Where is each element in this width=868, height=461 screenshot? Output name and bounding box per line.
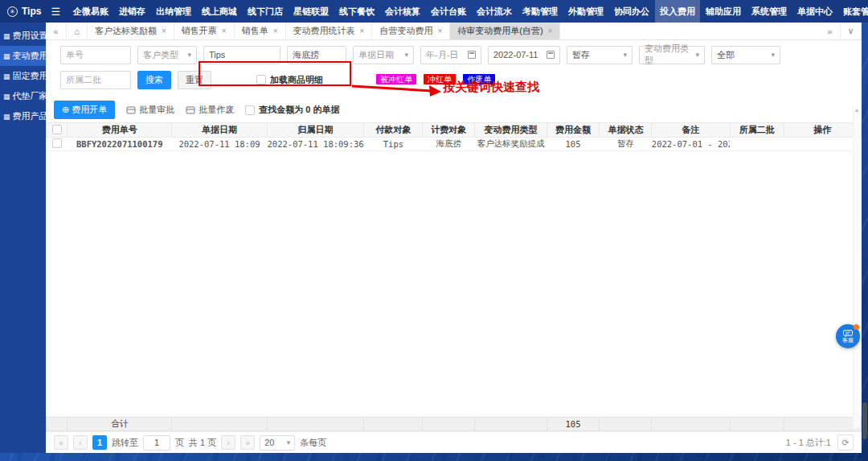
col-status: 单据状态 bbox=[600, 123, 652, 138]
close-icon[interactable] bbox=[222, 27, 227, 35]
tabs-dropdown-icon[interactable]: ∨ bbox=[841, 23, 862, 39]
batch-approve-button[interactable]: 批量审批 bbox=[126, 104, 174, 116]
reset-button[interactable]: 重置 bbox=[178, 71, 211, 89]
page-size-select[interactable]: 20 bbox=[260, 435, 295, 451]
select-all-checkbox[interactable] bbox=[47, 123, 68, 138]
page-jump-input[interactable] bbox=[143, 435, 170, 451]
col-amount: 费用金额 bbox=[547, 123, 600, 138]
top-menu-item[interactable]: 辅助应用 bbox=[701, 0, 746, 23]
keyword-input-2[interactable] bbox=[287, 46, 346, 64]
tabs-collapse-icon[interactable]: « bbox=[46, 23, 67, 39]
close-icon[interactable] bbox=[360, 27, 365, 35]
sidebar-item-variable-fee[interactable]: ▦ 变动费用 bbox=[0, 46, 46, 66]
close-icon[interactable] bbox=[437, 27, 442, 35]
next-page-button[interactable]: › bbox=[221, 435, 235, 450]
customer-type-select[interactable]: 客户类型 bbox=[137, 46, 197, 64]
top-menu-item[interactable]: 进销存 bbox=[114, 0, 150, 23]
tab-pending-variable-fee-active[interactable]: 待审变动费用单(自营) bbox=[450, 23, 560, 39]
sidebar-item-advance-vendor[interactable]: ▦ 代垫厂家 bbox=[0, 86, 46, 106]
sidebar-item-fixed-fee[interactable]: ▦ 固定费用 bbox=[0, 66, 46, 86]
current-page-button[interactable]: 1 bbox=[92, 435, 107, 450]
card-icon bbox=[186, 105, 195, 115]
grid-icon: ▦ bbox=[3, 93, 10, 101]
row-checkbox[interactable] bbox=[47, 138, 68, 151]
col-belong-date: 归属日期 bbox=[267, 123, 364, 138]
create-fee-order-button[interactable]: ⊕ 费用开单 bbox=[54, 101, 115, 119]
hamburger-menu-icon[interactable]: ☰ bbox=[51, 6, 60, 18]
first-page-button[interactable]: « bbox=[54, 435, 68, 450]
close-icon[interactable] bbox=[273, 27, 278, 35]
tab-sales-order[interactable]: 销售单 bbox=[235, 23, 286, 39]
home-icon[interactable]: ⌂ bbox=[67, 23, 88, 39]
page-scrollbar-thumb[interactable] bbox=[862, 402, 867, 439]
close-icon[interactable] bbox=[548, 27, 553, 35]
date-start-picker[interactable]: 年-月-日 bbox=[420, 46, 481, 64]
tabs-expand-icon[interactable]: » bbox=[820, 23, 841, 39]
order-no-input[interactable] bbox=[60, 46, 131, 64]
status-badge-reversed: 被冲红单 bbox=[376, 74, 416, 84]
date-end-picker[interactable]: 2022-07-11 bbox=[488, 46, 560, 64]
sidebar-item-fee-product[interactable]: ▦ 费用产品 bbox=[0, 106, 46, 126]
tab-variable-fee-report[interactable]: 变动费用统计表 bbox=[286, 23, 373, 39]
page-unit: 页 bbox=[175, 437, 184, 449]
top-menu-item[interactable]: 会计台账 bbox=[426, 0, 471, 23]
remark-cell: 2022-07-01 - 2022-07-1… bbox=[652, 138, 730, 151]
pagination-bar: « ‹ 1 跳转至 页 共 1 页 › » 20 条每页 1 - 1 总计:1 … bbox=[46, 431, 862, 453]
table-row[interactable]: BBFY2022071100179 2022-07-11 18:09 2022-… bbox=[47, 138, 862, 151]
top-menu-item[interactable]: 会计核算 bbox=[380, 0, 425, 23]
top-menu-item[interactable]: 账套管理 bbox=[838, 0, 868, 23]
top-menu-item[interactable]: 线上商城 bbox=[197, 0, 242, 23]
tab-sales-invoice[interactable]: 销售开票 bbox=[174, 23, 235, 39]
checkbox-icon[interactable] bbox=[245, 105, 255, 115]
customer-service-button[interactable]: 客服 bbox=[836, 324, 860, 348]
col-second-batch: 所属二批 bbox=[730, 123, 784, 138]
app-logo[interactable]: ✳ Tips bbox=[0, 6, 49, 17]
checkbox-icon[interactable] bbox=[256, 75, 266, 84]
order-no-link[interactable]: BBFY2022071100179 bbox=[68, 138, 172, 151]
top-menu-item[interactable]: 考勤管理 bbox=[518, 0, 563, 23]
top-menu-item[interactable]: 线下餐饮 bbox=[334, 0, 379, 23]
second-batch-cell bbox=[730, 138, 784, 151]
status-select[interactable]: 暂存 bbox=[567, 46, 633, 64]
chevron-down-icon bbox=[287, 438, 291, 447]
summary-row: 合计 105 bbox=[46, 417, 862, 431]
table-empty-area bbox=[46, 151, 862, 417]
tab-self-variable-fee[interactable]: 自营变动费用 bbox=[372, 23, 450, 39]
search-button[interactable]: 搜索 bbox=[137, 71, 171, 89]
table-scrollbar[interactable]: ▲ bbox=[853, 106, 860, 428]
calendar-icon bbox=[547, 51, 555, 59]
chat-bubble-icon bbox=[843, 330, 853, 337]
table-toolbar: ⊕ 费用开单 批量审批 批量作废 查找金额为 0 的单据 bbox=[46, 99, 862, 122]
summary-amount: 105 bbox=[547, 418, 600, 431]
tab-customer-reward[interactable]: 客户达标奖励额 bbox=[88, 23, 174, 39]
zero-amount-checkbox[interactable]: 查找金额为 0 的单据 bbox=[245, 104, 339, 116]
sidebar-item-fee-settings[interactable]: ▦ 费用设置 bbox=[0, 26, 46, 46]
scope-select[interactable]: 全部 bbox=[711, 46, 780, 64]
batch-void-button[interactable]: 批量作废 bbox=[186, 104, 234, 116]
top-menu-item[interactable]: 企微易账 bbox=[68, 0, 113, 23]
refresh-icon[interactable]: ⟳ bbox=[837, 434, 854, 451]
fee-order-table: 费用单号 单据日期 归属日期 付款对象 计费对象 变动费用类型 费用金额 单据状… bbox=[46, 122, 862, 151]
load-detail-checkbox[interactable]: 加载商品明细 bbox=[256, 74, 323, 86]
second-batch-input[interactable] bbox=[60, 71, 131, 89]
fee-type-select[interactable]: 变动费用类型 bbox=[639, 46, 705, 64]
top-menu-item[interactable]: 星链联盟 bbox=[289, 0, 334, 23]
top-menu-item[interactable]: 单据中心 bbox=[792, 0, 837, 23]
top-menu-item[interactable]: 出纳管理 bbox=[151, 0, 196, 23]
scroll-up-icon[interactable]: ▲ bbox=[854, 107, 860, 428]
top-menu-item-active[interactable]: 投入费用 bbox=[655, 0, 700, 23]
top-menu-item[interactable]: 系统管理 bbox=[747, 0, 792, 23]
top-menu-item[interactable]: 会计流水 bbox=[472, 0, 517, 23]
close-icon[interactable] bbox=[162, 27, 166, 35]
keyword-input-1[interactable] bbox=[203, 46, 280, 64]
top-menu-item[interactable]: 线下门店 bbox=[243, 0, 288, 23]
last-page-button[interactable]: » bbox=[240, 435, 255, 450]
prev-page-button[interactable]: ‹ bbox=[73, 435, 88, 450]
chevron-down-icon bbox=[623, 51, 627, 59]
date-type-select[interactable]: 单据日期 bbox=[353, 46, 414, 64]
top-menu-item[interactable]: 协同办公 bbox=[609, 0, 654, 23]
top-menu-item[interactable]: 外勤管理 bbox=[563, 0, 608, 23]
filter-row-1: 客户类型 单据日期 年-月-日 2022-07-11 暂存 变动费用类型 全部 bbox=[60, 45, 862, 64]
actions-cell bbox=[784, 138, 861, 151]
col-payee: 付款对象 bbox=[364, 123, 423, 138]
